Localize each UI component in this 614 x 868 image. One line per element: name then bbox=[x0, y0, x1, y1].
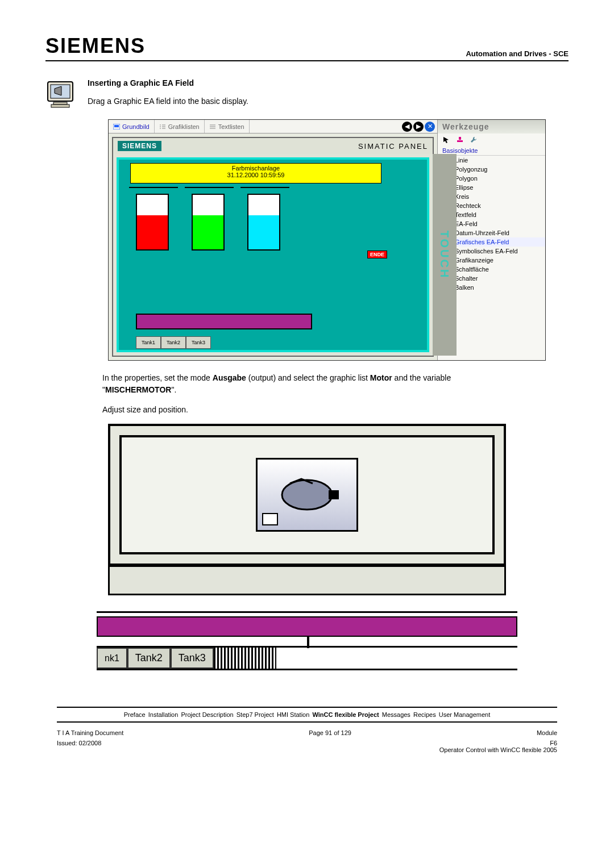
footer-issued: Issued: 02/2008 bbox=[57, 740, 101, 753]
footer-line1: T I A Training Document Page 91 of 129 M… bbox=[57, 729, 557, 736]
crumb-wincc: WinCC flexible Project bbox=[312, 711, 379, 718]
tank3-button[interactable]: Tank3 bbox=[186, 336, 211, 349]
svg-rect-5 bbox=[114, 125, 119, 127]
crumb-projdesc: Project Description bbox=[181, 711, 233, 718]
page-header: SIEMENS Automation and Drives - SCE bbox=[45, 34, 569, 61]
stamp-icon[interactable] bbox=[456, 136, 464, 144]
mixer-stem bbox=[307, 637, 309, 648]
mixer-strip bbox=[97, 611, 517, 648]
hmi-screen: Farbmischanlage 31.12.2000 10:59:59 ENDE… bbox=[117, 157, 429, 352]
nav-prev-button[interactable]: ◀ bbox=[402, 122, 412, 132]
tab-grundbild-label: Grundbild bbox=[122, 123, 150, 130]
monitor-screen bbox=[119, 435, 495, 554]
tool-mode-icons bbox=[438, 133, 545, 146]
crumb-install: Installation bbox=[148, 711, 179, 718]
barcode-graphic bbox=[214, 648, 276, 669]
tools-title: Werkzeuge bbox=[438, 120, 545, 133]
editor-tabs: Grundbild Grafiklisten Textlisten ◀ ▶ ✕ bbox=[109, 120, 437, 133]
button-row: nk1 Tank2 Tank3 bbox=[97, 648, 517, 670]
svg-rect-2 bbox=[53, 102, 67, 105]
monitor-graphic bbox=[108, 424, 506, 567]
mixer-bar bbox=[136, 314, 312, 329]
motor-image bbox=[256, 458, 358, 532]
crumb-preface: Preface bbox=[124, 711, 146, 718]
motor-icon bbox=[273, 472, 341, 518]
nav-next-button[interactable]: ▶ bbox=[413, 122, 424, 132]
tab-grundbild[interactable]: Grundbild bbox=[109, 120, 155, 133]
ende-button[interactable]: ENDE bbox=[367, 251, 387, 258]
close-button[interactable]: ✕ bbox=[425, 122, 435, 132]
btn-nk1[interactable]: nk1 bbox=[97, 648, 127, 669]
footer-mid: Page 91 of 129 bbox=[309, 729, 351, 736]
footer-f6: F6 bbox=[439, 740, 557, 746]
tank2-button[interactable]: Tank2 bbox=[161, 336, 186, 349]
tab-text-label: Textlisten bbox=[218, 123, 244, 130]
btn-tank3[interactable]: Tank3 bbox=[171, 648, 214, 669]
monitor-icon bbox=[45, 78, 77, 110]
wrench-icon[interactable] bbox=[470, 136, 478, 144]
crumb-hmi: HMI Station bbox=[277, 711, 309, 718]
screenshot-editor: Grundbild Grafiklisten Textlisten ◀ ▶ ✕ … bbox=[108, 119, 546, 361]
svg-point-8 bbox=[282, 480, 332, 510]
tank-1 bbox=[136, 194, 169, 251]
btn-tank2[interactable]: Tank2 bbox=[127, 648, 171, 669]
title-bar: Farbmischanlage 31.12.2000 10:59:59 bbox=[130, 163, 381, 183]
title-line1: Farbmischanlage bbox=[131, 165, 381, 172]
title-line2: 31.12.2000 10:59:59 bbox=[131, 172, 381, 178]
tank-buttons: Tank1 Tank2 Tank3 bbox=[136, 336, 211, 349]
footer-product: Operator Control with WinCC flexible 200… bbox=[439, 746, 557, 753]
crumb-step7: Step7 Project bbox=[237, 711, 274, 718]
svg-rect-7 bbox=[457, 140, 463, 142]
siemens-badge: SIEMENS bbox=[118, 141, 161, 151]
screen-icon bbox=[113, 124, 120, 130]
instruction-adjust: Adjust size and position. bbox=[102, 404, 512, 416]
tank1-button[interactable]: Tank1 bbox=[136, 336, 161, 349]
section-intro-text: Drag a Graphic EA field into the basic d… bbox=[88, 97, 248, 106]
touch-strip: TOUCH bbox=[433, 154, 457, 356]
tank-row bbox=[136, 194, 280, 251]
footer-line2: Issued: 02/2008 F6 Operator Control with… bbox=[57, 740, 557, 753]
crumb-messages: Messages bbox=[382, 711, 410, 718]
pointer-icon[interactable] bbox=[442, 136, 450, 144]
section-intro: Inserting a Graphic EA Field Drag a Grap… bbox=[45, 78, 569, 110]
mixer-fill bbox=[97, 616, 517, 637]
svg-rect-9 bbox=[329, 490, 339, 499]
footer-left: T I A Training Document bbox=[57, 729, 123, 736]
tab-textlisten[interactable]: Textlisten bbox=[205, 120, 250, 133]
list-icon bbox=[159, 124, 166, 130]
monitor-base bbox=[108, 567, 506, 595]
tank-3 bbox=[247, 194, 280, 251]
tank-2 bbox=[192, 194, 225, 251]
header-subtitle: Automation and Drives - SCE bbox=[466, 49, 569, 58]
screenshot-result: nk1 Tank2 Tank3 bbox=[97, 424, 517, 670]
brand-logo: SIEMENS bbox=[45, 34, 146, 58]
svg-rect-3 bbox=[51, 105, 69, 107]
section-title: Inserting a Graphic EA Field bbox=[88, 78, 248, 87]
simatic-panel: SIEMENS SIMATIC PANEL Farbmischanlage 31… bbox=[112, 137, 434, 357]
svg-rect-6 bbox=[459, 137, 461, 140]
crumb-usermgmt: User Management bbox=[439, 711, 491, 718]
tab-grafiklisten[interactable]: Grafiklisten bbox=[155, 120, 205, 133]
panel-title: SIMATIC PANEL bbox=[358, 142, 428, 151]
footer-right: Module bbox=[537, 729, 557, 736]
crumb-recipes: Recipes bbox=[413, 711, 436, 718]
textlist-icon bbox=[209, 124, 216, 130]
breadcrumb: Preface Installation Project Description… bbox=[57, 707, 557, 723]
tab-grafik-label: Grafiklisten bbox=[168, 123, 200, 130]
instruction-paragraph: In the properties, set the mode Ausgabe … bbox=[102, 372, 512, 396]
